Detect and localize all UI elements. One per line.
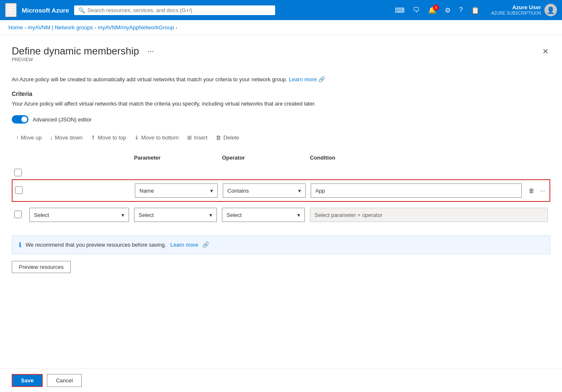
move-to-bottom-label: Move to bottom [141,134,179,141]
criteria-table-container: Parameter Operator Condition Name ▾ [12,150,550,225]
hamburger-menu[interactable]: ☰ [5,3,17,17]
row-empty-checkbox[interactable] [14,169,22,176]
parameter-value-row2: Select [139,212,154,218]
row1-checkbox[interactable] [15,186,23,194]
select1-chevron-row2: ▾ [121,212,124,218]
search-icon: 🔍 [78,7,85,13]
info-text: An Azure policy will be created to autom… [12,75,550,84]
more-row1-button[interactable]: ··· [539,186,547,196]
checkbox-col-header [12,156,27,159]
move-up-button[interactable]: ↑ Move up [12,132,46,143]
page-content: Define dynamic membership ··· PREVIEW ✕ … [0,35,562,390]
move-down-button[interactable]: ↓ Move down [46,132,87,143]
cancel-button[interactable]: Cancel [47,374,81,387]
delete-row1-button[interactable]: 🗑 [527,186,536,196]
advanced-editor-toggle[interactable] [12,115,28,124]
learn-more-policy-link[interactable]: Learn more [289,76,317,83]
parameter-value-row1: Name [139,188,154,194]
condition-placeholder-row2: Select parameter + operator [310,208,548,222]
operator-value-row2: Select [227,212,242,218]
page-header: Define dynamic membership ··· PREVIEW ✕ [12,45,550,67]
move-to-bottom-button[interactable]: ⇓ Move to bottom [130,132,183,143]
operator-dropdown-row1[interactable]: Contains ▾ [223,183,306,198]
operator-col-header: Operator [219,153,307,162]
advanced-editor-label: Advanced (JSON) editor [33,116,92,123]
preview-resources-button[interactable]: Preview resources [12,261,71,273]
breadcrumb-sep-2: › [95,25,96,30]
portal-menu-button[interactable]: 📋 [468,4,483,17]
move-up-label: Move up [21,134,42,141]
parameter-dropdown-row1[interactable]: Name ▾ [135,183,218,198]
close-button[interactable]: ✕ [541,45,550,58]
user-name: Azure User [491,4,541,11]
breadcrumb-app-network-group[interactable]: myAVNM/myAppNetworkGroup [98,24,174,31]
advanced-editor-toggle-row: Advanced (JSON) editor [12,115,550,124]
help-button[interactable]: ? [456,4,466,16]
settings-button[interactable]: ⚙ [441,4,454,17]
condition-col-header: Condition [307,153,550,162]
operator-value-row1: Contains [227,188,249,194]
parameter-chevron-row1: ▾ [210,188,213,194]
insert-button[interactable]: ⊞ Insert [183,132,212,143]
brand-logo: Microsoft Azure [22,7,69,14]
select1-value-row2: Select [34,212,49,218]
breadcrumb: Home › myAVNM | Network groups › myAVNM/… [0,20,562,35]
delete-icon: 🗑 [216,134,221,141]
preview-info-box: ℹ We recommend that you preview resource… [12,235,550,254]
criteria-row-empty [12,167,550,179]
ellipsis-menu-button[interactable]: ··· [144,46,157,57]
criteria-toolbar: ↑ Move up ↓ Move down ⇑ Move to top ⇓ Mo… [12,132,550,143]
delete-button[interactable]: 🗑 Delete [211,132,243,143]
avatar[interactable]: 👤 [544,4,557,16]
page-footer: Save Cancel [0,369,562,390]
move-to-bottom-icon: ⇓ [134,134,139,141]
search-input[interactable] [88,7,271,13]
condition-input-row1[interactable] [311,183,522,198]
spacer-col-header [27,156,131,159]
nav-icons: ⌨ 🗨 🔔 8 ⚙ ? 📋 [392,4,483,17]
operator-chevron-row1: ▾ [298,188,301,194]
breadcrumb-home[interactable]: Home [8,24,23,31]
criteria-description: Your Azure policy will affect virtual ne… [12,100,550,108]
cloud-shell-button[interactable]: ⌨ [392,4,408,17]
parameter-dropdown-row2[interactable]: Select ▾ [134,208,217,222]
move-up-icon: ↑ [16,134,19,141]
condition-placeholder-text-row2: Select parameter + operator [315,212,382,218]
criteria-title: Criteria [12,90,550,97]
operator-chevron-row2: ▾ [297,212,300,218]
breadcrumb-sep-1: › [25,25,26,30]
info-icon: ℹ [19,241,21,249]
save-button[interactable]: Save [12,374,43,387]
move-to-top-button[interactable]: ⇑ Move to top [87,132,130,143]
insert-label: Insert [194,134,208,141]
move-down-icon: ↓ [50,134,53,141]
top-navigation: ☰ Microsoft Azure 🔍 ⌨ 🗨 🔔 8 ⚙ ? 📋 Azure … [0,0,562,20]
parameter-chevron-row2: ▾ [209,212,212,218]
breadcrumb-network-groups[interactable]: myAVNM | Network groups [28,24,93,31]
select1-dropdown-row2[interactable]: Select ▾ [29,208,129,222]
row2-checkbox[interactable] [14,211,22,218]
criteria-header-row: Parameter Operator Condition [12,150,550,167]
move-to-top-label: Move to top [98,134,126,141]
learn-more-preview-link[interactable]: Learn more [170,242,198,248]
insert-icon: ⊞ [187,134,192,141]
criteria-row2: Select ▾ Select ▾ Select ▾ Select parame… [12,204,550,225]
move-down-label: Move down [55,134,82,141]
preview-badge: PREVIEW [12,57,157,62]
notification-badge: 8 [433,5,439,10]
notifications-button[interactable]: 🔔 8 [425,4,440,17]
user-profile: Azure User AZURE SUBSCRIPTIUON 👤 [491,4,557,16]
search-bar: 🔍 [74,5,275,15]
breadcrumb-sep-3: › [175,25,177,30]
delete-label: Delete [223,134,239,141]
preview-info-text: We recommend that you preview resources … [26,242,166,248]
criteria-red-border-section: Name ▾ Contains ▾ 🗑 ··· [12,179,550,202]
operator-dropdown-row2[interactable]: Select ▾ [222,208,305,222]
feedback-button[interactable]: 🗨 [410,4,423,16]
parameter-col-header: Parameter [131,153,219,162]
user-subscription: AZURE SUBSCRIPTIUON [491,11,541,16]
move-to-top-icon: ⇑ [91,134,95,141]
page-title: Define dynamic membership [12,45,139,57]
